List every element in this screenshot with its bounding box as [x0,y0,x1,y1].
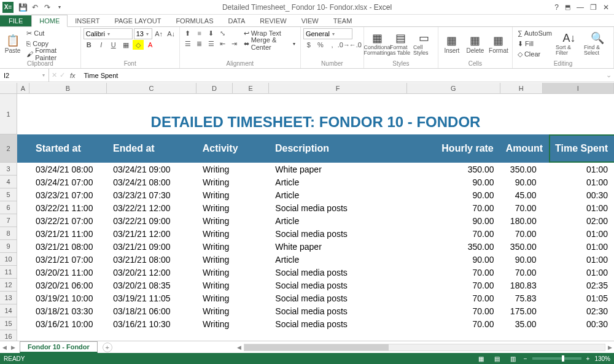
cell-hourly-rate[interactable]: 70.00 [407,281,500,290]
cell-activity[interactable]: Writing [196,281,269,290]
cell-ended-at[interactable]: 03/22/21 12:00 [107,203,196,213]
cell-time-spent[interactable]: 01:00 [543,242,614,252]
table-row[interactable]: 03/23/21 07:0003/23/21 07:30WritingArtic… [17,188,614,201]
th-time-spent[interactable]: Time Spent [543,143,614,154]
tab-data[interactable]: DATA [221,15,253,26]
cell-time-spent[interactable]: 01:00 [543,203,614,213]
tab-formulas[interactable]: FORMULAS [168,15,220,26]
add-sheet-button[interactable]: + [103,343,112,352]
table-row[interactable]: 03/22/21 07:0003/22/21 09:00WritingArtic… [17,214,614,227]
cell-activity[interactable]: Writing [196,190,269,200]
cell-description[interactable]: Social media posts [269,281,406,290]
merge-center-button[interactable]: ⬌Merge & Center▾ [241,39,298,48]
cell-time-spent[interactable]: 02:35 [543,281,614,290]
col-header-c[interactable]: C [107,83,196,93]
row-header-14[interactable]: 14 [0,304,17,317]
row-header-3[interactable]: 3 [0,163,17,176]
cell-description[interactable]: White paper [269,165,406,174]
cell-activity[interactable]: Writing [196,165,269,174]
cell-ended-at[interactable]: 03/24/21 09:00 [107,165,196,174]
table-row[interactable]: 03/24/21 07:0003/24/21 08:00WritingArtic… [17,176,614,188]
zoom-slider[interactable] [532,357,581,360]
sheet-nav-prev-button[interactable]: ◀ [0,343,9,352]
table-row[interactable]: 03/20/21 11:0003/20/21 12:00WritingSocia… [17,266,614,279]
table-row[interactable]: 03/19/21 10:0003/19/21 11:05WritingSocia… [17,292,614,304]
tab-team[interactable]: TEAM [326,15,360,26]
font-size-combo[interactable]: 13▾ [134,28,152,39]
cell-ended-at[interactable]: 03/23/21 07:30 [107,190,196,200]
cell-description[interactable]: Article [269,177,406,187]
row-header-6[interactable]: 6 [0,201,17,214]
cell-amount[interactable]: 90.00 [500,255,543,265]
cell-description[interactable]: Article [269,216,406,226]
col-header-b[interactable]: B [29,83,107,93]
col-header-h[interactable]: H [500,83,543,93]
find-select-button[interactable]: 🔍Find & Select [584,28,611,59]
align-bottom-button[interactable]: ⬇ [206,28,217,38]
sheet-nav-next-button[interactable]: ▶ [9,343,17,352]
cell-hourly-rate[interactable]: 70.00 [407,229,500,239]
col-header-d[interactable]: D [196,83,233,93]
cell-activity[interactable]: Writing [196,203,269,213]
cell-time-spent[interactable]: 01:00 [543,268,614,277]
cell-hourly-rate[interactable]: 70.00 [407,319,500,329]
col-header-a[interactable]: A [17,83,29,93]
cell-started-at[interactable]: 03/18/21 03:30 [29,306,107,316]
expand-formula-bar-button[interactable]: ⌄ [603,69,614,82]
cell-time-spent[interactable]: 01:00 [543,165,614,174]
cell-started-at[interactable]: 03/24/21 08:00 [29,165,107,174]
align-left-button[interactable]: ☰ [182,39,193,48]
th-ended-at[interactable]: Ended at [107,143,196,154]
cell-hourly-rate[interactable]: 90.00 [407,190,500,200]
cell-ended-at[interactable]: 03/20/21 12:00 [107,268,196,277]
cell-ended-at[interactable]: 03/24/21 08:00 [107,177,196,187]
horizontal-scrollbar[interactable]: ◀ ▶ [235,343,614,352]
fx-button[interactable]: fx [68,72,78,79]
cell-activity[interactable]: Writing [196,216,269,226]
underline-button[interactable]: U [108,40,119,50]
cell-description[interactable]: Social media posts [269,306,406,316]
close-button[interactable]: ✕ [603,3,609,12]
cell-time-spent[interactable]: 02:30 [543,306,614,316]
font-color-button[interactable]: A [145,40,156,50]
cell-time-spent[interactable]: 01:00 [543,229,614,239]
col-header-g[interactable]: G [407,83,500,93]
fill-button[interactable]: ⬇Fill [515,39,554,48]
select-all-cell[interactable] [0,83,17,94]
orientation-button[interactable]: ⤡ [217,28,228,38]
decrease-indent-button[interactable]: ⇤ [217,39,228,48]
cell-started-at[interactable]: 03/20/21 06:00 [29,281,107,290]
ribbon-options-button[interactable]: ⬒ [565,4,570,10]
cell-amount[interactable]: 90.00 [500,177,543,187]
scroll-right-button[interactable]: ▶ [605,343,614,352]
help-button[interactable]: ? [554,3,559,12]
tab-view[interactable]: VIEW [294,15,326,26]
cell-description[interactable]: Social media posts [269,319,406,329]
cell-activity[interactable]: Writing [196,177,269,187]
cell-amount[interactable]: 70.00 [500,268,543,277]
spreadsheet-grid[interactable]: ABCDEFGHI 12345678910111213141516 DETAIL… [0,83,614,341]
cell-amount[interactable]: 70.00 [500,229,543,239]
increase-decimal-button[interactable]: .0→ [338,40,349,50]
row-header-7[interactable]: 7 [0,214,17,227]
table-row[interactable]: 03/18/21 03:3003/18/21 06:00WritingSocia… [17,304,614,317]
scroll-left-button[interactable]: ◀ [235,343,244,352]
col-header-i[interactable]: I [543,83,614,93]
autosum-button[interactable]: ∑AutoSum [515,28,554,38]
comma-button[interactable]: , [327,40,338,50]
cell-amount[interactable]: 70.00 [500,203,543,213]
row-header-2[interactable]: 2 [0,134,17,163]
cell-activity[interactable]: Writing [196,255,269,265]
cell-hourly-rate[interactable]: 350.00 [407,165,500,174]
sort-filter-button[interactable]: A↓Sort & Filter [556,28,583,59]
cell-ended-at[interactable]: 03/21/21 12:00 [107,229,196,239]
cancel-formula-button[interactable]: ✕ [52,71,57,79]
qat-customize[interactable]: ▾ [54,2,65,13]
cell-activity[interactable]: Writing [196,293,269,303]
th-started-at[interactable]: Started at [29,143,107,154]
align-right-button[interactable]: ☰ [206,39,217,48]
th-hourly-rate[interactable]: Hourly rate [406,143,500,154]
row-header-9[interactable]: 9 [0,240,17,253]
cell-time-spent[interactable]: 00:30 [543,190,614,200]
cell-activity[interactable]: Writing [196,268,269,277]
